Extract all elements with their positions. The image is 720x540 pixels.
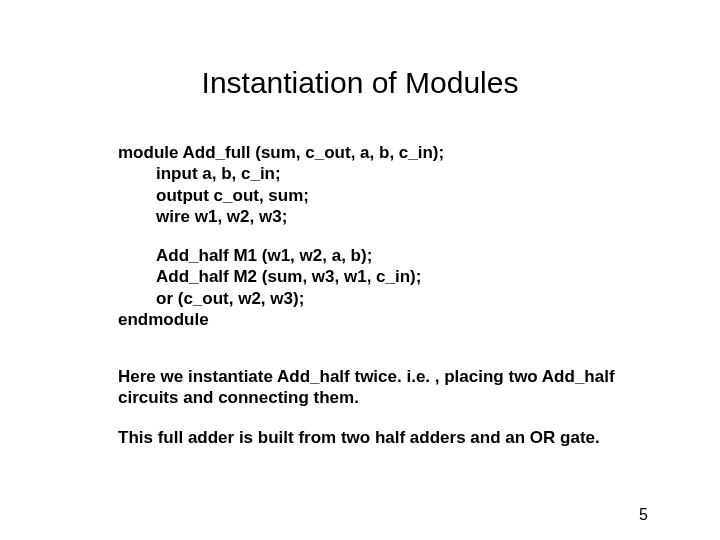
code-line: Add_half M1 (w1, w2, a, b);: [118, 245, 638, 266]
code-line: or (c_out, w2, w3);: [118, 288, 638, 309]
blank-line: [118, 330, 638, 348]
slide-body: module Add_full (sum, c_out, a, b, c_in)…: [118, 142, 638, 448]
code-line: input a, b, c_in;: [118, 163, 638, 184]
blank-line: [118, 348, 638, 366]
blank-line: [118, 227, 638, 245]
code-line: output c_out, sum;: [118, 185, 638, 206]
page-number: 5: [639, 506, 648, 524]
explanation-text: This full adder is built from two half a…: [118, 427, 638, 448]
code-line: Add_half M2 (sum, w3, w1, c_in);: [118, 266, 638, 287]
explanation-text: Here we instantiate Add_half twice. i.e.…: [118, 366, 638, 409]
code-line: wire w1, w2, w3;: [118, 206, 638, 227]
blank-line: [118, 409, 638, 427]
slide-title: Instantiation of Modules: [0, 66, 720, 100]
slide: Instantiation of Modules module Add_full…: [0, 0, 720, 540]
code-line: endmodule: [118, 309, 638, 330]
code-line: module Add_full (sum, c_out, a, b, c_in)…: [118, 142, 638, 163]
